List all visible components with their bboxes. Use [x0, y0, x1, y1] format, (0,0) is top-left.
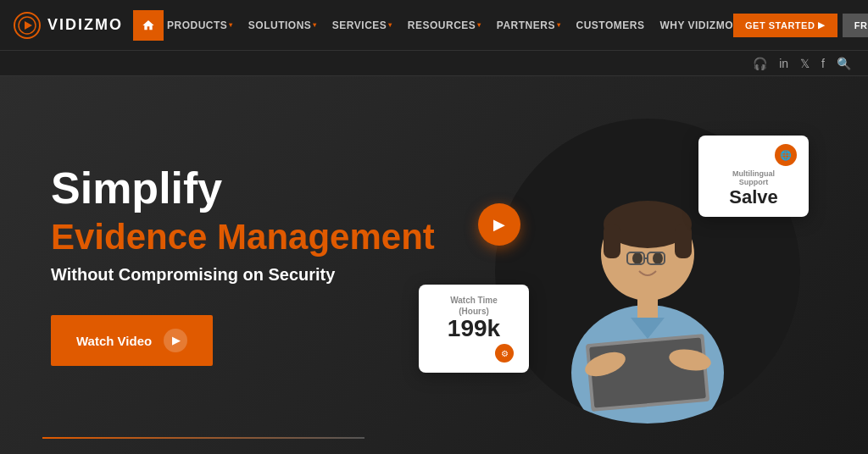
logo-icon: [14, 12, 41, 39]
search-icon[interactable]: 🔍: [837, 57, 851, 70]
hero-content: Simplify Evidence Management Without Com…: [0, 130, 486, 400]
multilingual-card: 🌐 MultilingualSupport Salve: [698, 136, 809, 217]
svg-rect-7: [675, 224, 692, 258]
nav-customers[interactable]: CUSTOMERS: [576, 19, 644, 31]
hero-subtitle: Evidence Management: [51, 218, 435, 257]
multilingual-support-icon: 🌐: [775, 144, 797, 166]
watch-video-button[interactable]: Watch Video ▶: [51, 315, 213, 366]
cta-area: GET STARTED ▶ FREE TRIAL: [733, 14, 868, 37]
get-started-arrow-icon: ▶: [818, 20, 826, 30]
brand-name: VIDIZMO: [47, 16, 123, 34]
multilingual-label: MultilingualSupport: [710, 169, 797, 186]
hero-tagline: Without Compromising on Security: [51, 265, 435, 285]
linkedin-icon[interactable]: in: [779, 57, 788, 70]
free-trial-button[interactable]: FREE TRIAL: [843, 14, 868, 37]
nav-products[interactable]: PRODUCTS ▾: [167, 19, 233, 31]
watch-video-play-icon: ▶: [164, 329, 187, 352]
hero-play-icon: ▶: [493, 215, 505, 234]
watch-video-label: Watch Video: [76, 334, 152, 348]
nav-solutions[interactable]: SOLUTIONS ▾: [248, 19, 317, 31]
home-icon: [142, 19, 155, 32]
headset-icon[interactable]: 🎧: [753, 57, 767, 70]
svg-rect-13: [637, 296, 658, 318]
nav-services[interactable]: SERVICES ▾: [332, 19, 392, 31]
user-settings-icon: ⚙: [495, 344, 514, 363]
hero-divider: [42, 437, 364, 439]
main-nav: VIDIZMO PRODUCTS ▾ SOLUTIONS ▾ SERVICES …: [0, 0, 868, 51]
nav-social-row: 🎧 in 𝕏 f 🔍: [0, 51, 868, 76]
nav-why-vidizmo[interactable]: WHY VIDIZMO: [659, 19, 733, 31]
svg-marker-2: [25, 21, 32, 30]
logo-area[interactable]: VIDIZMO: [14, 12, 123, 39]
facebook-icon[interactable]: f: [821, 57, 825, 70]
multilingual-icon-area: 🌐: [710, 144, 797, 166]
home-button[interactable]: [133, 10, 164, 41]
nav-partners[interactable]: PARTNERS ▾: [497, 19, 561, 31]
hero-title: Simplify: [51, 164, 435, 213]
svg-point-9: [653, 252, 663, 264]
dropdown-arrow-services: ▾: [388, 21, 392, 29]
dropdown-arrow-partners: ▾: [557, 21, 561, 29]
twitter-icon[interactable]: 𝕏: [800, 57, 810, 70]
dropdown-arrow-products: ▾: [229, 21, 233, 29]
svg-rect-6: [604, 224, 620, 258]
dropdown-arrow-resources: ▾: [477, 21, 481, 29]
get-started-button[interactable]: GET STARTED ▶: [733, 14, 837, 37]
multilingual-value: Salve: [710, 186, 797, 208]
hero-section: Simplify Evidence Management Without Com…: [0, 76, 868, 454]
dropdown-arrow-solutions: ▾: [313, 21, 317, 29]
nav-resources[interactable]: RESOURCES ▾: [408, 19, 481, 31]
nav-links: PRODUCTS ▾ SOLUTIONS ▾ SERVICES ▾ RESOUR…: [167, 19, 733, 31]
svg-point-8: [632, 252, 643, 264]
